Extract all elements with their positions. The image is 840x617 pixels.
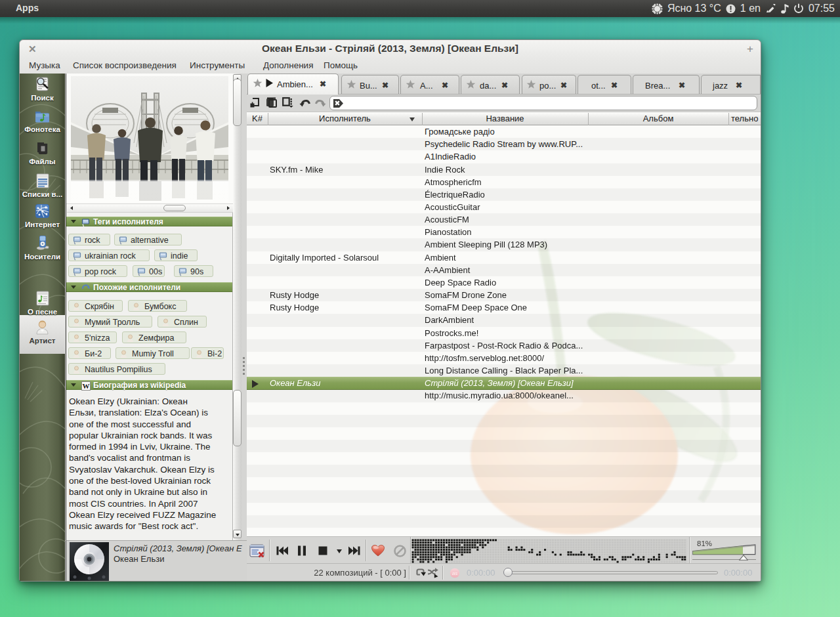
svg-text:as: as xyxy=(452,570,457,576)
svg-text:W: W xyxy=(83,382,90,390)
